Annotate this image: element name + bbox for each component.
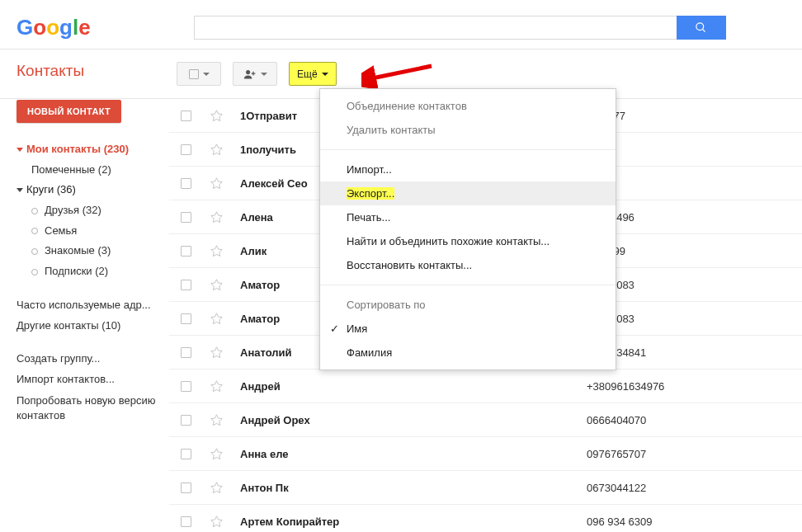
- row-checkbox[interactable]: [181, 111, 191, 121]
- chevron-down-icon: [17, 148, 23, 152]
- svg-line-1: [702, 29, 705, 31]
- svg-point-0: [696, 23, 704, 31]
- contact-name: Андрей: [240, 380, 587, 393]
- chevron-down-icon: [203, 73, 210, 76]
- search-box: [194, 16, 726, 40]
- more-button-label: Ещё: [297, 68, 318, 80]
- sidebar-item-import[interactable]: Импорт контактов...: [17, 370, 169, 390]
- search-icon: [695, 21, 707, 34]
- circle-icon: [31, 269, 38, 275]
- sidebar-circle-item[interactable]: Знакомые (3): [17, 241, 169, 261]
- dropdown-sort-lastname[interactable]: Фамилия: [320, 341, 616, 365]
- row-checkbox[interactable]: [181, 246, 191, 257]
- sidebar-circle-item[interactable]: Подписки (2): [17, 261, 169, 282]
- star-icon[interactable]: [210, 379, 224, 393]
- contact-name: Андрей Орех: [240, 414, 587, 426]
- sidebar: Контакты НОВЫЙ КОНТАКТ Мои контакты (230…: [0, 99, 169, 532]
- row-checkbox[interactable]: [181, 516, 191, 527]
- person-plus-icon: [243, 68, 257, 80]
- sidebar-item-frequent[interactable]: Часто используемые адр...: [17, 295, 169, 316]
- star-icon[interactable]: [210, 515, 224, 529]
- more-button[interactable]: Ещё: [289, 62, 337, 86]
- sidebar-item-starred[interactable]: Помеченные (2): [17, 160, 169, 181]
- star-icon[interactable]: [210, 177, 224, 191]
- svg-line-3: [368, 66, 432, 79]
- check-icon: ✓: [330, 322, 339, 335]
- contact-name: Антон Пк: [240, 482, 587, 494]
- contact-name: Артем Копирайтер: [240, 516, 587, 528]
- chevron-down-icon: [17, 188, 23, 192]
- row-checkbox[interactable]: [181, 280, 191, 290]
- contact-row[interactable]: Артем Копирайтер096 934 6309: [169, 505, 802, 532]
- star-icon[interactable]: [210, 346, 224, 360]
- contact-row[interactable]: Антон Пк0673044122: [169, 471, 802, 505]
- sidebar-item-try-new[interactable]: Попробовать новую версию контактов: [17, 390, 169, 423]
- sidebar-item-my-contacts[interactable]: Мои контакты (230): [17, 139, 169, 160]
- contact-phone: +380961634976: [587, 380, 664, 393]
- dropdown-divider: [320, 285, 616, 285]
- sidebar-item-circles[interactable]: Круги (36): [17, 180, 169, 200]
- star-icon[interactable]: [210, 278, 224, 292]
- contact-name: Анна еле: [240, 448, 587, 460]
- circle-icon: [31, 208, 38, 214]
- contact-row[interactable]: Анна еле0976765707: [169, 437, 802, 471]
- row-checkbox[interactable]: [181, 381, 191, 392]
- sidebar-circle-item[interactable]: Друзья (32): [17, 200, 169, 221]
- checkbox-icon: [189, 69, 199, 79]
- chevron-down-icon: [261, 73, 267, 76]
- select-all-button[interactable]: [177, 62, 221, 86]
- more-dropdown: Объединение контактов Удалить контакты И…: [319, 88, 616, 370]
- contact-phone: 0673044122: [587, 482, 646, 494]
- dropdown-find-duplicates[interactable]: Найти и объединить похожие контакты...: [320, 229, 616, 253]
- contact-row[interactable]: Андрей Орех0666404070: [169, 403, 802, 437]
- dropdown-divider: [320, 149, 616, 150]
- dropdown-merge: Объединение контактов: [320, 94, 616, 118]
- star-icon[interactable]: [210, 312, 224, 326]
- contact-phone: 0976765707: [587, 448, 646, 460]
- sidebar-circle-item[interactable]: Семья: [17, 221, 169, 242]
- new-contact-button[interactable]: НОВЫЙ КОНТАКТ: [17, 100, 121, 123]
- contact-row[interactable]: Андрей+380961634976: [169, 370, 802, 403]
- row-checkbox[interactable]: [181, 415, 191, 426]
- star-icon[interactable]: [210, 143, 224, 157]
- dropdown-delete: Удалить контакты: [320, 118, 616, 142]
- search-input[interactable]: [194, 16, 677, 40]
- dropdown-sort-firstname[interactable]: ✓Имя: [320, 317, 616, 341]
- dropdown-restore[interactable]: Восстановить контакты...: [320, 253, 616, 277]
- dropdown-import[interactable]: Импорт...: [320, 158, 616, 181]
- sidebar-item-create-group[interactable]: Создать группу...: [17, 349, 169, 370]
- row-checkbox[interactable]: [181, 449, 191, 459]
- add-to-group-button[interactable]: [233, 62, 277, 86]
- annotation-arrow: [361, 59, 436, 92]
- circle-icon: [31, 228, 38, 234]
- google-logo: Google: [17, 15, 91, 40]
- row-checkbox[interactable]: [181, 347, 191, 358]
- svg-point-2: [246, 70, 250, 74]
- row-checkbox[interactable]: [181, 483, 191, 493]
- app-title: Контакты: [17, 62, 169, 80]
- row-checkbox[interactable]: [181, 144, 191, 155]
- contact-phone: 0666404070: [587, 414, 646, 426]
- row-checkbox[interactable]: [181, 313, 191, 324]
- sidebar-nav: Мои контакты (230) Помеченные (2) Круги …: [17, 139, 169, 423]
- sidebar-item-other[interactable]: Другие контакты (10): [17, 316, 169, 337]
- row-checkbox[interactable]: [181, 178, 191, 189]
- dropdown-export[interactable]: Экспорт...: [320, 181, 616, 205]
- star-icon[interactable]: [210, 109, 224, 123]
- star-icon[interactable]: [210, 210, 224, 224]
- dropdown-print[interactable]: Печать...: [320, 205, 616, 229]
- star-icon[interactable]: [210, 244, 224, 258]
- star-icon[interactable]: [210, 447, 224, 461]
- circle-icon: [31, 248, 38, 255]
- search-button[interactable]: [677, 16, 726, 40]
- header: Google: [0, 0, 802, 49]
- row-checkbox[interactable]: [181, 212, 191, 223]
- star-icon[interactable]: [210, 413, 224, 427]
- star-icon[interactable]: [210, 481, 224, 495]
- chevron-down-icon: [322, 73, 328, 76]
- dropdown-sort-header: Сортировать по: [320, 293, 616, 317]
- contact-phone: 096 934 6309: [587, 516, 653, 528]
